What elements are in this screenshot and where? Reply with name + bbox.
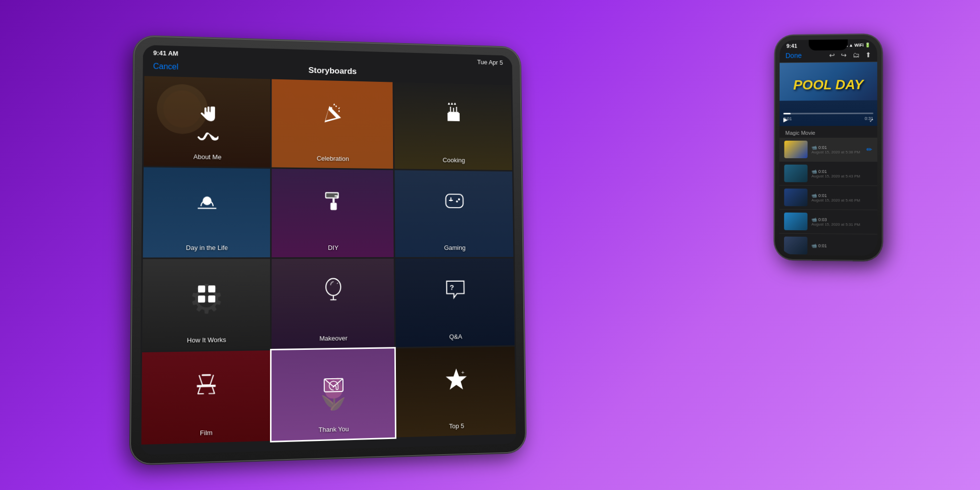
video-duration: 📹0:01: [811, 145, 862, 149]
play-button[interactable]: ▶: [784, 116, 788, 123]
svg-text:?: ?: [449, 283, 454, 292]
video-meta: August 15, 2020 at 5:46 PM: [811, 197, 872, 202]
ipad-body: 9:41 AM Tue Apr 5 Cancel Storyboards: [130, 36, 526, 465]
expand-icon[interactable]: ⤢: [869, 118, 873, 123]
grid-item-cooking-label: Cooking: [442, 156, 465, 164]
grid-item-day-life-label: Day in the Life: [186, 244, 228, 251]
svg-rect-7: [330, 202, 337, 210]
grid-item-film[interactable]: Film: [141, 350, 270, 445]
celebration-icon: [320, 102, 345, 126]
video-info: 📹0:01 August 15, 2020 at 5:38 PM: [811, 145, 862, 154]
svg-rect-13: [208, 295, 216, 302]
video-thumb: [784, 237, 808, 255]
video-list-item[interactable]: 📹0:01 August 15, 2020 at 5:46 PM: [779, 186, 877, 210]
video-duration: 📹0:01: [811, 169, 872, 173]
grid-item-thank-you-label: Thank You: [318, 425, 349, 434]
sunrise-icon: [194, 186, 221, 213]
storyboards-title: Storyboards: [308, 66, 357, 76]
grid-item-diy-label: DIY: [328, 244, 339, 251]
svg-rect-5: [326, 193, 338, 197]
grid-item-about-me-label: About Me: [194, 153, 221, 161]
video-info: 📹0:03 August 15, 2020 at 5:31 PM: [811, 217, 873, 227]
share-icon[interactable]: ⬆: [865, 51, 871, 59]
director-chair-icon: [193, 369, 220, 397]
iphone-body: 9:41 ▲▲▲ WiFi 🔋 Done ↩ ↪ 🗂 ⬆ POOL DAY: [774, 34, 882, 261]
svg-rect-6: [333, 198, 335, 203]
squares-icon: [194, 281, 220, 307]
video-meta: August 15, 2020 at 5:43 PM: [811, 173, 872, 178]
grid-item-celebration[interactable]: Celebration: [271, 79, 393, 169]
video-thumb: [784, 213, 808, 230]
iphone-time: 9:41: [786, 43, 797, 49]
video-progress-bar[interactable]: [784, 113, 874, 115]
redo-icon[interactable]: ↪: [841, 51, 847, 59]
video-progress-fill: [784, 113, 791, 114]
video-preview[interactable]: POOL DAY 0:01 0:31 ▶ ⤢: [780, 62, 878, 126]
cancel-button[interactable]: Cancel: [153, 62, 178, 71]
svg-point-9: [456, 200, 458, 202]
video-list: 📹0:01 August 15, 2020 at 5:38 PM ✏ 📹0:01: [779, 138, 877, 256]
grid-item-thank-you[interactable]: 🌷 Thank You: [271, 348, 395, 441]
ipad-date: Tue Apr 5: [477, 58, 503, 66]
video-list-item[interactable]: 📹0:01: [779, 234, 877, 256]
undo-icon[interactable]: ↩: [829, 51, 835, 59]
star-icon: +: [442, 365, 470, 393]
grid-item-gaming[interactable]: Gaming: [395, 170, 514, 257]
grid-item-gaming-label: Gaming: [444, 244, 466, 251]
grid-item-celebration-label: Celebration: [317, 154, 349, 162]
envelope-icon: [321, 371, 346, 397]
ipad-screen: 9:41 AM Tue Apr 5 Cancel Storyboards: [140, 45, 517, 455]
grid-item-film-label: Film: [200, 429, 213, 437]
ipad-time: 9:41 AM: [153, 49, 178, 57]
video-duration: 📹0:01: [811, 193, 872, 198]
pool-day-title: POOL DAY: [793, 77, 863, 93]
wave-icon: [196, 128, 219, 150]
mirror-icon: [320, 276, 346, 303]
iphone: 9:41 ▲▲▲ WiFi 🔋 Done ↩ ↪ 🗂 ⬆ POOL DAY: [774, 34, 882, 261]
grid-item-qa[interactable]: ? Q&A: [395, 258, 514, 346]
video-thumb: [784, 189, 808, 206]
edit-icon[interactable]: ✏: [866, 146, 872, 153]
ipad: 9:41 AM Tue Apr 5 Cancel Storyboards: [130, 36, 526, 465]
video-info: 📹0:01 August 15, 2020 at 5:46 PM: [811, 193, 872, 202]
grid-item-how-works-label: How It Works: [187, 336, 226, 344]
svg-rect-11: [208, 286, 216, 293]
grid-item-top5[interactable]: + Top 5: [396, 346, 516, 437]
magic-movie-label: Magic Movie: [780, 126, 878, 138]
grid-item-top5-label: Top 5: [449, 422, 464, 430]
grid-item-how-works[interactable]: ⚙ How It Works: [142, 259, 270, 350]
storyboard-grid: About Me Celebration: [140, 76, 517, 446]
video-duration: 📹0:01: [811, 243, 873, 248]
speech-bubble-icon: ?: [442, 276, 468, 302]
grid-item-qa-label: Q&A: [449, 333, 463, 340]
done-button[interactable]: Done: [785, 51, 802, 59]
cooking-icon: [441, 100, 466, 126]
iphone-toolbar: Done ↩ ↪ 🗂 ⬆: [780, 49, 877, 63]
svg-point-8: [458, 198, 460, 200]
iphone-screen: 9:41 ▲▲▲ WiFi 🔋 Done ↩ ↪ 🗂 ⬆ POOL DAY: [779, 39, 877, 256]
iphone-notch: [808, 39, 848, 50]
video-list-item[interactable]: 📹0:03 August 15, 2020 at 5:31 PM: [779, 210, 877, 235]
gamepad-icon: [441, 188, 467, 214]
video-list-item[interactable]: 📹0:01 August 15, 2020 at 5:43 PM: [779, 162, 877, 186]
paint-roller-icon: [320, 187, 346, 213]
video-meta: August 15, 2020 at 5:38 PM: [811, 149, 862, 154]
svg-point-2: [338, 110, 340, 112]
video-meta: August 15, 2020 at 5:31 PM: [811, 222, 873, 227]
svg-point-1: [336, 105, 337, 107]
grid-item-diy[interactable]: DIY: [271, 169, 394, 257]
video-info: 📹0:01: [811, 243, 873, 248]
grid-item-makeover-label: Makeover: [319, 334, 347, 342]
folder-icon[interactable]: 🗂: [853, 51, 859, 59]
grid-item-makeover[interactable]: Makeover: [271, 259, 394, 349]
grid-item-cooking[interactable]: Cooking: [394, 82, 512, 170]
svg-text:+: +: [461, 368, 465, 375]
grid-item-about-me[interactable]: About Me: [144, 76, 270, 167]
video-duration: 📹0:03: [811, 217, 873, 222]
video-thumb: [784, 141, 808, 158]
video-thumb: [784, 165, 808, 182]
video-list-item[interactable]: 📹0:01 August 15, 2020 at 5:38 PM ✏: [780, 138, 878, 162]
grid-item-day-life[interactable]: Day in the Life: [143, 167, 270, 258]
wave-hand-icon: [195, 104, 220, 129]
video-info: 📹0:01 August 15, 2020 at 5:43 PM: [811, 169, 872, 178]
